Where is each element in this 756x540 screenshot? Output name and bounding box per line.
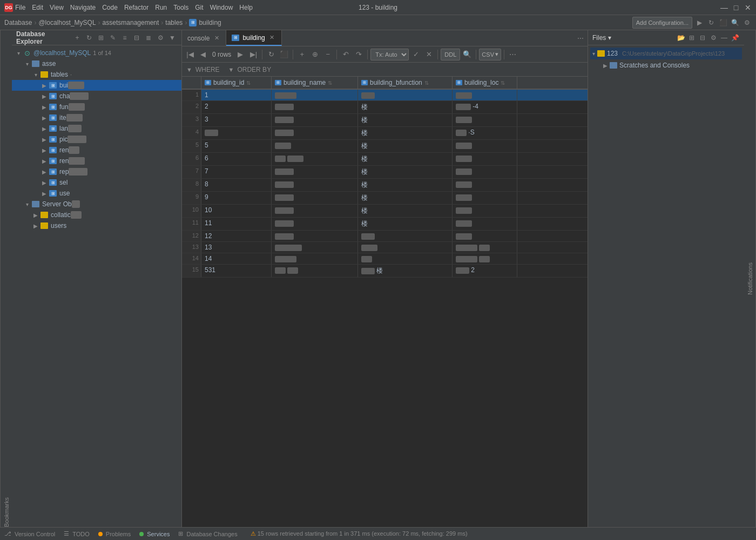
cell-loc-10[interactable]	[453, 205, 517, 217]
cell-func-5[interactable]: 楼	[358, 140, 453, 152]
tab-console-close[interactable]: ✕	[213, 35, 220, 42]
cell-loc-9[interactable]	[453, 192, 517, 204]
tree-toggle-use[interactable]: ▶	[40, 191, 49, 197]
rerun-icon[interactable]: ↻	[706, 18, 716, 28]
cell-id-11[interactable]: 11	[201, 218, 272, 230]
table-row[interactable]: 7 7 楼	[182, 166, 588, 179]
tree-connection[interactable]: ▾ ⊙ @localhost_MySQL 1 of 14	[12, 48, 181, 58]
table-row[interactable]: 15 531 楼 2	[182, 265, 588, 278]
tab-bar-actions[interactable]: ⋯	[576, 33, 588, 43]
add-row-btn[interactable]: +	[296, 49, 308, 60]
breadcrumb-connection[interactable]: @localhost_MySQL	[38, 19, 96, 26]
table-row[interactable]: 8 8 楼	[182, 179, 588, 192]
cell-name-2[interactable]	[272, 101, 358, 113]
tree-table-cha[interactable]: ▶ ⊞ cha	[12, 91, 181, 102]
table-row[interactable]: 2 2 楼 -4	[182, 101, 588, 114]
menu-tools[interactable]: Tools	[173, 4, 188, 11]
cell-id-14[interactable]: 14	[201, 253, 272, 264]
filter-icon[interactable]: ≡	[120, 33, 130, 43]
tree-table-ite[interactable]: ▶ ⊞ ite	[12, 112, 181, 123]
files-collapse-icon[interactable]: ⊟	[698, 33, 707, 43]
col-sort-name[interactable]: ⇅	[328, 80, 332, 86]
delete-row-btn[interactable]: −	[322, 49, 334, 60]
tree-table-ren1[interactable]: ▶ ⊞ ren	[12, 145, 181, 156]
cell-func-4[interactable]: 楼	[358, 127, 453, 139]
menu-bar[interactable]: File Edit View Navigate Code Refactor Ru…	[15, 4, 253, 11]
cell-id-13[interactable]: 13	[201, 242, 272, 253]
tab-building-close[interactable]: ✕	[268, 34, 276, 42]
cell-loc-15[interactable]: 2	[453, 265, 517, 277]
stop-icon[interactable]: ⬛	[718, 18, 728, 28]
first-page-btn[interactable]: |◀	[184, 49, 196, 60]
col-header-id[interactable]: ⊞ building_id ⇅	[201, 77, 272, 89]
cell-loc-4[interactable]: ·S	[453, 127, 517, 139]
table-row[interactable]: 5 5 楼	[182, 140, 588, 153]
breadcrumb-schema[interactable]: assetsmanagement	[103, 19, 159, 26]
todo-section[interactable]: ☰ TODO	[64, 530, 90, 537]
cell-func-2[interactable]: 楼	[358, 101, 453, 113]
minimize-button[interactable]: —	[720, 4, 728, 11]
tree-toggle-schema[interactable]: ▾	[23, 61, 31, 67]
tree-table-fun[interactable]: ▶ ⊞ fun	[12, 102, 181, 112]
cell-loc-5[interactable]	[453, 140, 517, 152]
col-header-name[interactable]: ⊞ building_name ⇅	[272, 77, 358, 89]
edit-icon[interactable]: ✎	[108, 33, 118, 43]
files-gear-icon[interactable]: ⚙	[708, 33, 718, 43]
tab-bar[interactable]: console ✕ ⊞ building ✕ ⋯	[182, 30, 588, 46]
cell-name-9[interactable]	[272, 192, 358, 204]
files-open-icon[interactable]: 📂	[676, 33, 686, 43]
menu-code[interactable]: Code	[102, 4, 118, 11]
tree-toggle-server[interactable]: ▾	[23, 201, 31, 207]
cell-func-14[interactable]	[358, 253, 453, 264]
cell-name-4[interactable]	[272, 127, 358, 139]
menu-help[interactable]: Help	[239, 4, 253, 11]
cell-func-1[interactable]	[358, 90, 453, 100]
menu-view[interactable]: View	[50, 4, 64, 11]
cell-name-13[interactable]	[272, 242, 358, 253]
tree-toggle-pic[interactable]: ▶	[40, 137, 49, 143]
cell-loc-8[interactable]	[453, 179, 517, 191]
files-dropdown-icon[interactable]: ▾	[608, 34, 611, 42]
tree-toggle-users[interactable]: ▶	[31, 223, 40, 229]
table-row[interactable]: 11 11 楼	[182, 218, 588, 231]
tree-toggle-ren1[interactable]: ▶	[40, 147, 49, 153]
col-sort-func[interactable]: ⇅	[424, 80, 429, 86]
tree-table-ren2[interactable]: ▶ ⊞ ren	[12, 156, 181, 166]
table-row[interactable]: 13 13	[182, 242, 588, 253]
cell-loc-6[interactable]	[453, 153, 517, 165]
services-section[interactable]: Services	[139, 531, 170, 537]
menu-window[interactable]: Window	[210, 4, 233, 11]
cell-name-14[interactable]	[272, 253, 358, 264]
cell-loc-11[interactable]	[453, 218, 517, 230]
add-config-button[interactable]: Add Configuration...	[632, 17, 692, 29]
cell-func-8[interactable]: 楼	[358, 179, 453, 191]
cell-name-5[interactable]	[272, 140, 358, 152]
tree-table-pic[interactable]: ▶ ⊞ pic	[12, 134, 181, 145]
cell-name-10[interactable]	[272, 205, 358, 217]
ddl-button[interactable]: DDL	[441, 49, 460, 60]
menu-edit[interactable]: Edit	[32, 4, 43, 11]
tree-table-lan[interactable]: ▶ ⊞ lan	[12, 123, 181, 134]
search-icon[interactable]: 🔍	[730, 18, 740, 28]
cell-func-6[interactable]: 楼	[358, 153, 453, 165]
files-panel-actions[interactable]: 📂 ⊞ ⊟ ⚙ — 📌	[676, 33, 740, 43]
col-header-func[interactable]: ⊞ building_bfunction ⇅	[358, 77, 453, 89]
table-row[interactable]: 10 10 楼	[182, 205, 588, 218]
gear-icon[interactable]: ⚙	[156, 33, 165, 43]
cell-id-4[interactable]	[201, 127, 272, 139]
table-row[interactable]: 9 9 楼	[182, 192, 588, 205]
table-row[interactable]: 4 楼 ·S	[182, 127, 588, 140]
cell-name-8[interactable]	[272, 179, 358, 191]
cell-id-12[interactable]: 12	[201, 231, 272, 241]
db-filter-icon[interactable]: ▼	[167, 33, 177, 43]
clone-row-btn[interactable]: ⊕	[309, 49, 321, 60]
files-panel-content[interactable]: ▾ 123 C:\Users\tutelary\DataGripProjects…	[588, 45, 744, 527]
commit-btn[interactable]: ↷	[353, 49, 364, 60]
cell-id-15[interactable]: 531	[201, 265, 272, 277]
cell-name-1[interactable]	[272, 90, 358, 100]
run-icon[interactable]: ▶	[694, 18, 704, 28]
tree-table-building[interactable]: ▶ ⊞ bui	[12, 80, 181, 91]
commit-tx-btn[interactable]: ✓	[410, 49, 422, 60]
tree-toggle-fun[interactable]: ▶	[40, 104, 49, 110]
col-sort-loc[interactable]: ⇅	[501, 80, 505, 86]
